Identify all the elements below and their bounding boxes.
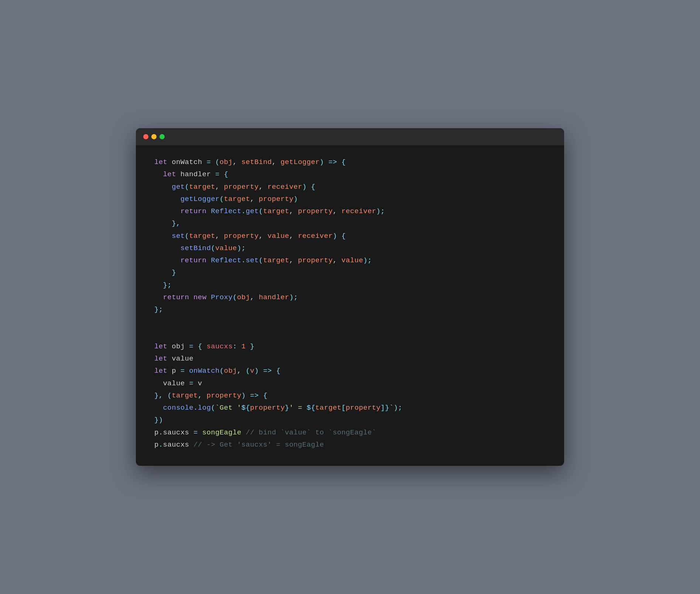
title-bar <box>136 128 564 145</box>
code-line-10: } <box>154 267 546 279</box>
code-editor[interactable]: let onWatch = (obj, setBind, getLogger) … <box>136 145 564 466</box>
code-line-19: value = v <box>154 378 546 390</box>
code-line-17: let value <box>154 353 546 365</box>
code-line-21: console.log(`Get '${property}' = ${targe… <box>154 402 546 414</box>
code-line-16: let obj = { saucxs: 1 } <box>154 341 546 353</box>
code-line-23: p.saucxs = songEagle // bind `value` to … <box>154 427 546 439</box>
code-line-15 <box>154 328 546 341</box>
code-line-12: return new Proxy(obj, handler); <box>154 291 546 304</box>
code-line-24: p.saucxs // -> Get 'saucxs' = songEagle <box>154 439 546 451</box>
code-line-8: setBind(value); <box>154 242 546 255</box>
code-line-1: let onWatch = (obj, setBind, getLogger) … <box>154 156 546 168</box>
code-line-9: return Reflect.set(target, property, val… <box>154 255 546 267</box>
code-line-5: return Reflect.get(target, property, rec… <box>154 205 546 218</box>
code-line-22: }) <box>154 414 546 426</box>
code-line-2: let handler = { <box>154 168 546 181</box>
code-line-18: let p = onWatch(obj, (v) => { <box>154 365 546 377</box>
code-line-20: }, (target, property) => { <box>154 390 546 402</box>
code-line-11: }; <box>154 279 546 291</box>
code-line-3: get(target, property, receiver) { <box>154 181 546 193</box>
code-line-6: }, <box>154 218 546 230</box>
code-line-7: set(target, property, value, receiver) { <box>154 230 546 242</box>
code-line-13: }; <box>154 304 546 316</box>
editor-window: let onWatch = (obj, setBind, getLogger) … <box>136 128 564 466</box>
code-line-4: getLogger(target, property) <box>154 193 546 205</box>
close-button[interactable] <box>143 134 148 139</box>
maximize-button[interactable] <box>159 134 165 139</box>
minimize-button[interactable] <box>151 134 157 139</box>
code-line-14 <box>154 316 546 328</box>
